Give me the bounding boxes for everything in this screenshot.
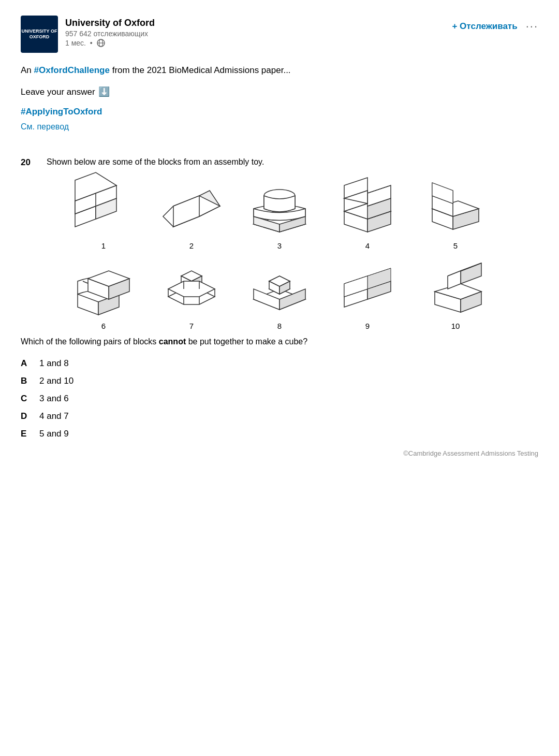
post-body-text: An #OxfordChallenge from the 2021 BioMed…: [21, 63, 538, 77]
org-name[interactable]: University of Oxford: [65, 18, 155, 28]
which-bold: cannot: [159, 337, 186, 346]
block-4: 4: [334, 180, 401, 250]
block-6-svg: [70, 260, 137, 317]
block-1-svg: [70, 180, 137, 237]
logo-text: UNIVERSITY OFOXFORD: [22, 28, 57, 40]
translate-link[interactable]: См. перевод: [21, 122, 538, 132]
post-text-after: from the 2021 BioMedical Admissions pape…: [110, 65, 291, 75]
block-6: 6: [70, 260, 137, 330]
block-1-label: 1: [101, 241, 106, 250]
question-description: Shown below are some of the blocks from …: [47, 157, 264, 167]
block-8-svg: [246, 255, 313, 317]
option-a-text: 1 and 8: [39, 358, 69, 369]
block-4-label: 4: [365, 241, 370, 250]
block-9-label: 9: [365, 322, 370, 330]
block-5: 5: [422, 180, 489, 250]
option-e: E 5 and 9: [21, 429, 538, 439]
block-5-svg: [422, 180, 489, 237]
block-7-label: 7: [189, 322, 194, 330]
svg-marker-71: [461, 263, 481, 284]
org-details: University of Oxford 957 642 отслеживающ…: [65, 16, 155, 47]
block-10-label: 10: [451, 322, 460, 330]
question-container: 20 Shown below are some of the blocks fr…: [21, 147, 538, 468]
block-8-label: 8: [277, 322, 282, 330]
block-9: 9: [334, 260, 401, 330]
leave-answer-line: Leave your answer ⬇️: [21, 84, 538, 99]
org-info-section: UNIVERSITY OFOXFORD University of Oxford…: [21, 16, 155, 53]
header-actions: + Отслеживать ···: [452, 16, 538, 33]
credit-text: ©Cambridge Assessment Admissions Testing: [21, 449, 538, 457]
question-number: 20: [21, 157, 36, 168]
option-d-text: 4 and 7: [39, 411, 69, 421]
block-3: 3: [246, 180, 313, 250]
post-header: UNIVERSITY OFOXFORD University of Oxford…: [21, 16, 538, 53]
block-6-label: 6: [101, 322, 106, 330]
option-d-letter: D: [21, 411, 31, 421]
block-4-svg: [334, 180, 401, 237]
block-1: 1: [70, 180, 137, 250]
option-a-letter: A: [21, 358, 31, 369]
option-d: D 4 and 7: [21, 411, 538, 421]
option-b: B 2 and 10: [21, 376, 538, 386]
blocks-row-2: 6 7: [21, 255, 538, 330]
applying-to-oxford-hashtag[interactable]: #ApplyingToOxford: [21, 107, 538, 117]
oxford-challenge-hashtag[interactable]: #OxfordChallenge: [34, 65, 110, 75]
follow-button[interactable]: + Отслеживать: [452, 21, 517, 32]
block-2-label: 2: [189, 241, 194, 250]
block-7: 7: [158, 255, 225, 330]
block-2-svg: [158, 180, 225, 237]
option-e-text: 5 and 9: [39, 429, 69, 439]
block-2: 2: [158, 180, 225, 250]
svg-marker-11: [173, 196, 199, 227]
option-b-text: 2 and 10: [39, 376, 73, 386]
block-3-svg: [246, 180, 313, 237]
option-e-letter: E: [21, 429, 31, 439]
which-question-text: Which of the following pairs of blocks c…: [21, 336, 538, 348]
question-header: 20 Shown below are some of the blocks fr…: [21, 157, 538, 168]
down-arrow-icon: ⬇️: [98, 84, 110, 99]
globe-icon: [97, 39, 105, 47]
block-8: 8: [246, 255, 313, 330]
blocks-row-1: 1 2: [21, 180, 538, 250]
post-time: 1 мес. •: [65, 39, 155, 47]
option-c-text: 3 and 6: [39, 394, 69, 404]
org-followers: 957 642 отслеживающих: [65, 30, 155, 38]
which-text-after: be put together to make a cube?: [186, 337, 307, 346]
option-a: A 1 and 8: [21, 358, 538, 369]
block-7-svg: [158, 255, 225, 317]
org-logo[interactable]: UNIVERSITY OFOXFORD: [21, 16, 58, 53]
answer-options: A 1 and 8 B 2 and 10 C 3 and 6 D 4 and 7…: [21, 358, 538, 439]
block-10: 10: [422, 260, 489, 330]
post-text-before: An: [21, 65, 34, 75]
which-text-before: Which of the following pairs of blocks: [21, 337, 159, 346]
block-3-label: 3: [277, 241, 282, 250]
block-9-svg: [334, 260, 401, 317]
svg-marker-36: [78, 294, 98, 315]
option-c: C 3 and 6: [21, 394, 538, 404]
option-c-letter: C: [21, 394, 31, 404]
more-button[interactable]: ···: [526, 20, 538, 33]
leave-answer-text: Leave your answer: [21, 85, 95, 99]
block-10-svg: [422, 260, 489, 317]
option-b-letter: B: [21, 376, 31, 386]
block-5-label: 5: [453, 241, 458, 250]
